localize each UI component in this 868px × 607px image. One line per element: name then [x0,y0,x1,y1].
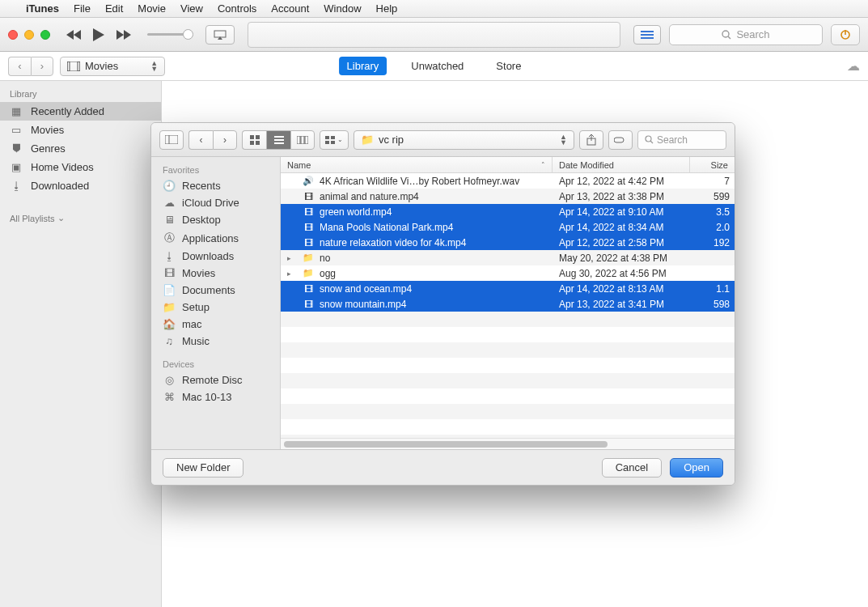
column-name[interactable]: Name ˄ [281,157,553,172]
lcd-display [248,22,620,48]
finder-search-field[interactable]: Search [637,130,726,150]
menu-edit[interactable]: Edit [105,2,123,15]
svg-point-24 [646,136,651,142]
group-by-button[interactable]: ⌄ [320,130,349,150]
sidebar-item-genres[interactable]: ⛊ Genres [0,139,161,158]
sidebar-all-playlists[interactable]: All Playlists ⌄ [0,195,161,227]
disclosure-icon[interactable]: ▸ [287,254,297,262]
file-name: Mana Pools National Park.mp4 [320,222,453,233]
icloud-icon[interactable]: ☁ [847,58,860,74]
cancel-button[interactable]: Cancel [602,458,662,478]
sidebar-item-movies[interactable]: ▭ Movies [0,121,161,139]
file-date: Apr 14, 2022 at 9:10 AM [553,206,690,218]
sidebar-item-label: Recents [182,180,221,192]
file-icon: 🎞 [302,192,315,202]
file-date: Apr 13, 2022 at 3:38 PM [553,191,690,202]
close-window-button[interactable] [8,30,18,40]
sidebar-item-label: Mac 10-13 [182,391,231,403]
file-row[interactable]: 🎞snow mountain.mp4 Apr 13, 2022 at 3:41 … [281,296,735,312]
menu-help[interactable]: Help [376,2,398,15]
column-view-button[interactable] [290,130,315,150]
sidebar-toggle-button[interactable] [159,130,184,150]
list-view-button[interactable] [633,25,661,45]
finder-sidebar-item[interactable]: ♫Music [151,333,280,350]
sidebar-item-icon: ☁ [163,197,176,209]
file-date: Apr 13, 2022 at 3:41 PM [553,299,690,310]
itunes-sidebar: Library ▦ Recently Added ▭ Movies ⛊ Genr… [0,81,162,607]
menu-controls[interactable]: Controls [218,2,256,15]
file-list[interactable]: 🔊4K African Wildlife Vi…by Robert Hofmey… [281,173,735,438]
finder-toolbar: ‹ › ⌄ 📁 vc rip ▲▼ [151,123,735,157]
previous-icon[interactable] [66,29,83,40]
file-row[interactable]: ▸📁no May 20, 2022 at 4:38 PM [281,250,735,265]
sidebar-item-label: Movies [31,124,64,136]
finder-sidebar-item[interactable]: ⭳Downloads [151,248,280,265]
activity-button[interactable] [831,24,860,45]
svg-rect-5 [67,62,80,71]
sidebar-item-recently-added[interactable]: ▦ Recently Added [0,102,161,121]
forward-button[interactable]: › [31,57,53,76]
column-date[interactable]: Date Modified [553,157,690,172]
next-icon[interactable] [115,29,131,40]
svg-rect-23 [614,138,624,142]
tab-store[interactable]: Store [488,57,529,75]
menu-window[interactable]: Window [324,2,361,15]
menu-app[interactable]: iTunes [26,2,59,15]
file-icon: 🔊 [302,176,315,186]
svg-line-25 [650,141,653,143]
airplay-button[interactable] [205,25,235,45]
file-row[interactable]: 🎞animal and nature.mp4 Apr 13, 2022 at 3… [281,189,735,204]
nav-buttons: ‹ › [8,57,53,76]
finder-back-button[interactable]: ‹ [188,130,213,150]
finder-sidebar-item[interactable]: ⌘Mac 10-13 [151,388,280,405]
file-row[interactable]: 🔊4K African Wildlife Vi…by Robert Hofmey… [281,173,735,189]
svg-rect-17 [325,136,329,139]
finder-sidebar-item[interactable]: 🖥Desktop [151,211,280,228]
chevron-icon: ▲▼ [560,134,567,146]
svg-rect-11 [256,135,260,139]
share-button[interactable] [579,130,603,150]
open-button[interactable]: Open [670,458,723,478]
volume-slider[interactable] [147,33,193,36]
finder-sidebar-item[interactable]: 🏠mac [151,316,280,333]
tab-library[interactable]: Library [339,57,387,75]
menu-view[interactable]: View [180,2,203,15]
path-popup[interactable]: 📁 vc rip ▲▼ [354,130,574,150]
menu-account[interactable]: Account [271,2,309,15]
tab-unwatched[interactable]: Unwatched [403,57,472,75]
play-icon[interactable] [92,28,105,42]
horizontal-scrollbar[interactable] [281,438,735,449]
tag-icon [614,136,627,144]
sidebar-item-home-videos[interactable]: ▣ Home Videos [0,158,161,176]
zoom-window-button[interactable] [40,30,50,40]
back-button[interactable]: ‹ [8,57,31,76]
finder-sidebar-item[interactable]: 🕘Recents [151,177,280,194]
finder-sidebar-item[interactable]: ⒶApplications [151,228,280,248]
file-row[interactable]: 🎞Mana Pools National Park.mp4 Apr 14, 20… [281,219,735,235]
icon-view-button[interactable] [242,130,266,150]
file-row[interactable]: ▸📁ogg Aug 30, 2022 at 4:56 PM [281,265,735,281]
finder-sidebar-item[interactable]: ☁iCloud Drive [151,194,280,211]
sidebar-item-downloaded[interactable]: ⭳ Downloaded [0,176,161,195]
svg-point-1 [722,31,729,37]
list-view-button[interactable] [266,130,290,150]
file-row[interactable]: 🎞green world.mp4 Apr 14, 2022 at 9:10 AM… [281,204,735,219]
file-row[interactable]: 🎞snow and ocean.mp4 Apr 14, 2022 at 8:13… [281,281,735,296]
media-kind-picker[interactable]: Movies ▲▼ [60,57,165,76]
disclosure-icon[interactable]: ▸ [287,270,297,278]
menu-file[interactable]: File [74,2,91,15]
finder-sidebar-item[interactable]: 📁Setup [151,299,280,316]
finder-sidebar-item[interactable]: ◎Remote Disc [151,371,280,388]
file-row[interactable]: 🎞nature relaxation video for 4k.mp4 Apr … [281,235,735,250]
itunes-search-field[interactable]: Search [669,24,823,45]
finder-sidebar-item[interactable]: 📄Documents [151,282,280,299]
sidebar-header-library: Library [0,84,161,102]
minimize-window-button[interactable] [24,30,34,40]
tags-button[interactable] [608,130,633,150]
menu-movie[interactable]: Movie [138,2,166,15]
new-folder-button[interactable]: New Folder [163,458,243,478]
svg-rect-16 [305,136,308,144]
finder-sidebar-item[interactable]: 🎞Movies [151,265,280,282]
finder-forward-button[interactable]: › [213,130,237,150]
column-size[interactable]: Size [690,157,735,172]
